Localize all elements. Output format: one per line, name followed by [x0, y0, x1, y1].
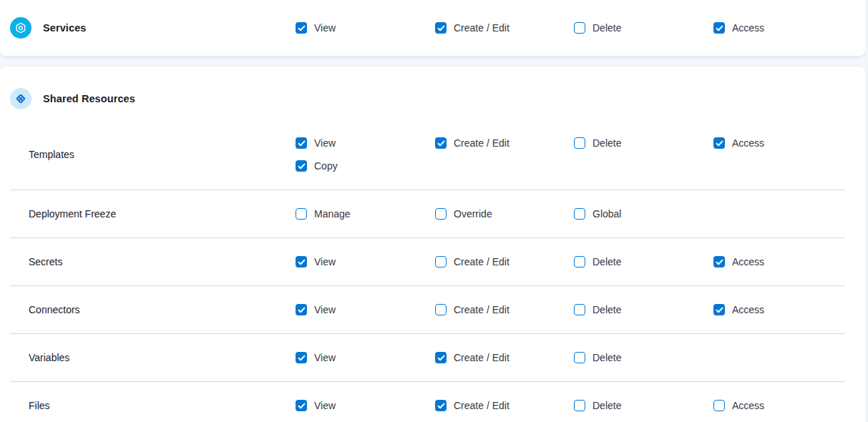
checkbox-manage[interactable]: Manage — [296, 207, 351, 221]
checkbox-label: Create / Edit — [454, 255, 509, 269]
checkbox-view[interactable]: View — [296, 255, 336, 269]
checkbox-label: Access — [732, 21, 764, 35]
checkbox-access[interactable]: Access — [713, 303, 764, 317]
checkbox-view[interactable]: View — [296, 136, 336, 150]
checkbox-label: Create / Edit — [454, 398, 509, 413]
checkbox-create-edit[interactable]: Create / Edit — [435, 21, 509, 35]
checkbox-delete[interactable]: Delete — [574, 303, 621, 317]
permission-cell: Delete — [574, 136, 713, 150]
permission-row-connectors: Connectors View Create / Edit Delete Acc… — [0, 286, 865, 333]
checkbox-access[interactable]: Access — [713, 398, 764, 413]
services-permission-cell: View — [296, 21, 435, 35]
checkbox-label: View — [314, 136, 336, 150]
shared-resources-section-card: Shared Resources Templates ViewCopy Crea… — [0, 67, 865, 422]
checkbox-checked-icon[interactable] — [296, 400, 307, 411]
permission-cell: View — [296, 303, 435, 317]
checkbox-delete[interactable]: Delete — [574, 136, 621, 150]
checkbox-label: Override — [454, 207, 492, 221]
checkbox-view[interactable]: View — [296, 21, 336, 35]
resource-label: Connectors — [0, 304, 296, 315]
services-permission-cell: Delete — [574, 21, 713, 35]
checkbox-delete[interactable]: Delete — [574, 21, 621, 35]
checkbox-checked-icon[interactable] — [435, 137, 447, 149]
checkbox-checked-icon[interactable] — [296, 22, 307, 34]
permission-cell: Create / Edit — [435, 255, 574, 269]
checkbox-access[interactable]: Access — [713, 255, 764, 269]
permission-cell: Access — [713, 303, 865, 317]
permission-cell: Manage — [296, 207, 435, 221]
checkbox-access[interactable]: Access — [713, 136, 764, 150]
permission-cell: Create / Edit — [435, 303, 574, 317]
resource-label: Deployment Freeze — [0, 208, 296, 220]
checkbox-global[interactable]: Global — [574, 207, 621, 221]
checkbox-unchecked-icon[interactable] — [574, 208, 585, 220]
checkbox-create-edit[interactable]: Create / Edit — [435, 255, 509, 269]
shared-resources-header: Shared Resources — [0, 67, 865, 119]
permission-cell: Create / Edit — [435, 398, 574, 413]
checkbox-copy[interactable]: Copy — [296, 159, 338, 173]
checkbox-create-edit[interactable]: Create / Edit — [435, 398, 509, 413]
checkbox-label: Access — [732, 398, 764, 413]
checkbox-create-edit[interactable]: Create / Edit — [435, 303, 509, 317]
checkbox-unchecked-icon[interactable] — [574, 256, 585, 268]
checkbox-checked-icon[interactable] — [435, 352, 447, 363]
permission-cell: Delete — [574, 255, 713, 269]
checkbox-label: View — [314, 350, 336, 365]
checkbox-access[interactable]: Access — [713, 21, 764, 35]
checkbox-checked-icon[interactable] — [296, 137, 307, 149]
checkbox-create-edit[interactable]: Create / Edit — [435, 350, 509, 365]
checkbox-view[interactable]: View — [296, 350, 336, 365]
checkbox-checked-icon[interactable] — [713, 256, 725, 268]
checkbox-label: Access — [732, 136, 764, 150]
permission-row-templates: Templates ViewCopy Create / Edit Delete … — [0, 119, 865, 190]
checkbox-unchecked-icon[interactable] — [435, 256, 447, 268]
checkbox-label: Delete — [593, 255, 621, 269]
checkbox-checked-icon[interactable] — [713, 22, 725, 34]
checkbox-unchecked-icon[interactable] — [435, 304, 447, 315]
checkbox-unchecked-icon[interactable] — [574, 400, 585, 411]
checkbox-label: Global — [593, 207, 621, 221]
checkbox-unchecked-icon[interactable] — [574, 137, 585, 149]
permission-cell: Access — [713, 136, 865, 150]
checkbox-unchecked-icon[interactable] — [574, 304, 585, 315]
checkbox-delete[interactable]: Delete — [574, 398, 621, 413]
permission-row-secrets: Secrets View Create / Edit Delete Access — [0, 238, 865, 285]
permission-row-files: Files View Create / Edit Delete Access — [0, 382, 865, 422]
checkbox-unchecked-icon[interactable] — [574, 22, 585, 34]
checkbox-label: View — [314, 255, 336, 269]
checkbox-checked-icon[interactable] — [296, 160, 307, 172]
checkbox-checked-icon[interactable] — [713, 137, 725, 149]
checkbox-label: Delete — [593, 136, 621, 150]
checkbox-view[interactable]: View — [296, 303, 336, 317]
permission-row-variables: Variables View Create / Edit Delete — [0, 334, 865, 381]
checkbox-label: Manage — [314, 207, 351, 221]
checkbox-label: Delete — [593, 350, 621, 365]
section-gap — [0, 56, 868, 67]
checkbox-unchecked-icon[interactable] — [435, 208, 447, 220]
services-permission-row: Services View Create / Edit Delete Acces… — [0, 17, 865, 39]
permission-cell: Delete — [574, 303, 713, 317]
permission-cell: Delete — [574, 398, 713, 413]
checkbox-label: Access — [732, 255, 764, 269]
permission-cell: Access — [713, 255, 865, 269]
checkbox-delete[interactable]: Delete — [574, 255, 621, 269]
checkbox-checked-icon[interactable] — [435, 22, 447, 34]
services-section-title: Services — [43, 22, 86, 34]
permission-cell: View — [296, 350, 435, 365]
checkbox-unchecked-icon[interactable] — [296, 208, 307, 220]
checkbox-view[interactable]: View — [296, 398, 336, 413]
checkbox-checked-icon[interactable] — [435, 400, 447, 411]
checkbox-create-edit[interactable]: Create / Edit — [435, 136, 509, 150]
checkbox-override[interactable]: Override — [435, 207, 492, 221]
checkbox-checked-icon[interactable] — [296, 352, 307, 363]
permission-cell: View — [296, 398, 435, 413]
checkbox-unchecked-icon[interactable] — [713, 400, 725, 411]
checkbox-checked-icon[interactable] — [296, 256, 307, 268]
checkbox-checked-icon[interactable] — [296, 304, 307, 315]
checkbox-unchecked-icon[interactable] — [574, 352, 585, 363]
permission-cell: Create / Edit — [435, 136, 574, 150]
resource-label: Secrets — [0, 256, 296, 268]
checkbox-delete[interactable]: Delete — [574, 350, 621, 365]
checkbox-checked-icon[interactable] — [713, 304, 725, 315]
checkbox-label: Delete — [593, 303, 621, 317]
